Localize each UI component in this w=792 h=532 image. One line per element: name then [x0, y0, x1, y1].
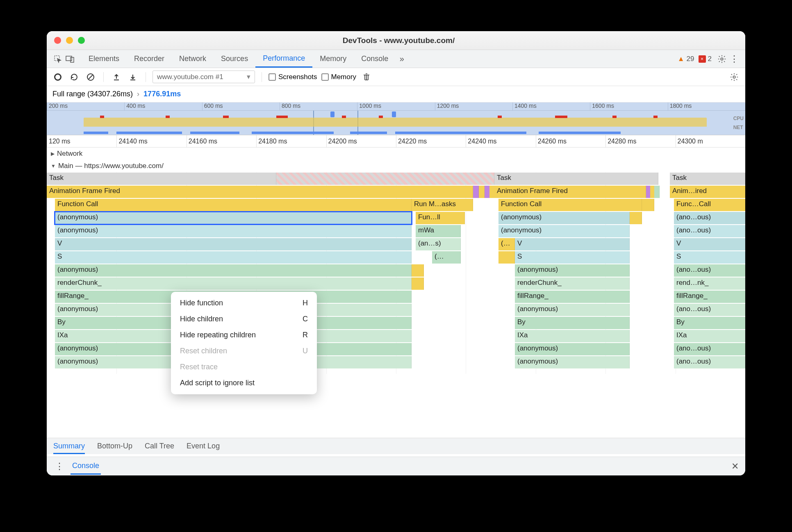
flame-segment[interactable]: fillRange_ — [674, 291, 745, 303]
kebab-menu-icon[interactable]: ⋮ — [728, 53, 740, 65]
maximize-window-button[interactable] — [78, 37, 85, 44]
flame-chart[interactable]: TaskAnimation Frame FiredFunction CallRu… — [47, 172, 745, 374]
reload-record-button[interactable] — [68, 71, 80, 83]
flame-segment[interactable]: Function Call — [498, 199, 642, 211]
detail-ruler[interactable]: 120 ms24140 ms24160 ms24180 ms24200 ms24… — [47, 135, 745, 148]
flame-segment[interactable]: S — [674, 251, 745, 264]
main-tab-console[interactable]: Console — [354, 50, 396, 68]
flame-segment[interactable]: (ano…ous) — [674, 225, 745, 237]
ctx-hide-function[interactable]: Hide functionH — [171, 295, 317, 311]
flame-segment[interactable]: IXa — [674, 330, 745, 342]
close-window-button[interactable] — [54, 37, 61, 44]
flame-segment[interactable] — [630, 212, 642, 224]
flame-segment[interactable]: Task — [47, 173, 276, 185]
main-track-header[interactable]: Main — https://www.youtube.com/ — [47, 160, 745, 172]
main-tab-memory[interactable]: Memory — [312, 50, 354, 68]
flame-segment[interactable]: Run M…asks — [412, 199, 473, 211]
flame-segment[interactable]: renderChunk_ — [515, 277, 630, 290]
capture-settings-icon[interactable] — [728, 71, 740, 83]
flame-segment[interactable]: (anonymous) — [55, 212, 412, 224]
flame-segment[interactable]: Func…Call — [674, 199, 745, 211]
flame-segment[interactable]: (an…s) — [416, 238, 461, 250]
ctx-hide-children[interactable]: Hide childrenC — [171, 311, 317, 327]
flame-segment[interactable]: (anonymous) — [515, 304, 630, 316]
flame-segment[interactable] — [412, 264, 424, 277]
breadcrumb-full-range[interactable]: Full range (34307.26ms) — [52, 90, 133, 98]
flame-segment[interactable]: By — [674, 317, 745, 329]
minimize-window-button[interactable] — [66, 37, 73, 44]
flame-segment[interactable]: (ano…ous) — [674, 212, 745, 224]
main-tab-elements[interactable]: Elements — [81, 50, 127, 68]
download-button[interactable] — [127, 71, 139, 83]
flame-segment[interactable] — [654, 186, 660, 198]
ctx-add-script-to-ignore-list[interactable]: Add script to ignore list — [171, 375, 317, 391]
warning-count[interactable]: ▲ 29 — [678, 55, 694, 63]
flame-segment[interactable]: (anonymous) — [515, 343, 630, 355]
flame-segment[interactable]: (ano…ous) — [674, 264, 745, 277]
garbage-collect-icon[interactable] — [360, 71, 373, 83]
flame-segment[interactable]: Task — [494, 173, 658, 185]
flame-segment[interactable]: renderChunk_ — [55, 277, 412, 290]
flame-segment[interactable]: rend…nk_ — [674, 277, 745, 290]
device-toggle-icon[interactable] — [64, 53, 76, 65]
settings-icon[interactable] — [716, 53, 728, 65]
flame-segment[interactable]: By — [515, 317, 630, 329]
flame-segment[interactable]: V — [55, 238, 412, 250]
flame-segment[interactable]: Task — [670, 173, 745, 185]
flame-segment[interactable]: Function Call — [55, 199, 412, 211]
error-count[interactable]: × 2 — [699, 55, 712, 63]
overview-net-label: NET — [733, 123, 744, 132]
flame-segment[interactable]: (… — [432, 251, 461, 264]
upload-button[interactable] — [110, 71, 123, 83]
ctx-hide-repeating-children[interactable]: Hide repeating childrenR — [171, 327, 317, 343]
flame-segment[interactable]: (anonymous) — [498, 212, 630, 224]
detail-tab-call-tree[interactable]: Call Tree — [145, 442, 174, 450]
flame-segment[interactable]: IXa — [515, 330, 630, 342]
record-button[interactable] — [52, 71, 64, 83]
main-tab-network[interactable]: Network — [172, 50, 214, 68]
flame-segment[interactable]: (… — [498, 238, 515, 250]
flame-segment[interactable]: (anonymous) — [515, 264, 630, 277]
flame-segment[interactable] — [412, 277, 424, 290]
flame-segment[interactable]: (anonymous) — [55, 225, 412, 237]
flame-segment[interactable] — [642, 199, 654, 211]
detail-tab-event-log[interactable]: Event Log — [187, 442, 220, 450]
flame-segment[interactable]: Animation Frame Fired — [494, 186, 646, 198]
flame-segment[interactable]: Animation Frame Fired — [47, 186, 473, 198]
detail-tab-summary[interactable]: Summary — [53, 442, 85, 454]
flame-segment[interactable]: (ano…ous) — [674, 304, 745, 316]
flame-segment[interactable]: (anonymous) — [498, 225, 630, 237]
screenshots-checkbox[interactable]: Screenshots — [269, 73, 317, 81]
profile-select[interactable]: www.youtube.com #1 ▾ — [152, 70, 255, 83]
breadcrumb-selected-range[interactable]: 1776.91ms — [143, 90, 181, 98]
flame-segment[interactable]: Fun…ll — [416, 212, 465, 224]
main-tab-sources[interactable]: Sources — [214, 50, 255, 68]
memory-checkbox[interactable]: Memory — [321, 73, 356, 81]
flame-segment[interactable]: Anim…ired — [670, 186, 745, 198]
flame-segment[interactable] — [479, 186, 485, 198]
timeline-overview[interactable]: 200 ms400 ms600 ms800 ms1000 ms1200 ms14… — [47, 102, 745, 135]
drawer-kebab-icon[interactable]: ⋮ — [53, 460, 66, 473]
detail-tab-bottom-up[interactable]: Bottom-Up — [97, 442, 132, 450]
flame-segment[interactable]: (ano…ous) — [674, 343, 745, 355]
flame-segment[interactable]: V — [674, 238, 745, 250]
network-track-header[interactable]: Network — [47, 148, 745, 160]
main-tab-recorder[interactable]: Recorder — [127, 50, 172, 68]
flame-segment[interactable]: (anonymous) — [55, 264, 412, 277]
more-tabs-icon[interactable]: » — [396, 53, 408, 65]
flame-segment[interactable]: fillRange_ — [515, 291, 630, 303]
flame-segment[interactable]: S — [515, 251, 630, 264]
console-drawer-tab[interactable]: Console — [71, 458, 101, 475]
flame-segment[interactable]: (anonymous) — [515, 356, 630, 368]
inspect-icon[interactable] — [52, 53, 64, 65]
flame-segment[interactable] — [276, 173, 494, 185]
close-drawer-icon[interactable]: ✕ — [731, 461, 739, 472]
flame-segment[interactable]: S — [55, 251, 412, 264]
flame-segment[interactable]: mWa — [416, 225, 461, 237]
flame-segment[interactable]: V — [515, 238, 630, 250]
flame-segment[interactable] — [498, 251, 515, 264]
clear-button[interactable] — [84, 71, 97, 83]
flame-segment[interactable] — [473, 186, 479, 198]
main-tab-performance[interactable]: Performance — [255, 50, 312, 68]
flame-segment[interactable]: (ano…ous) — [674, 356, 745, 368]
